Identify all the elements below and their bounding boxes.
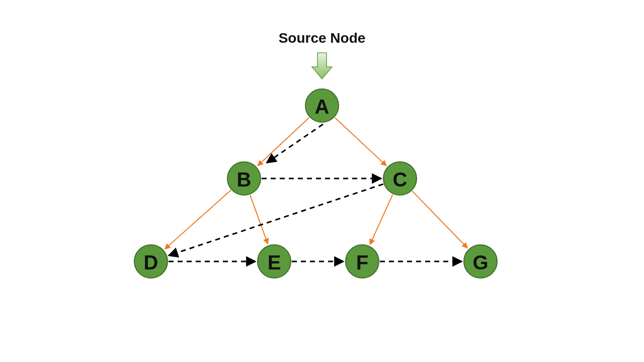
tree-edge-C-F [370,195,392,244]
traversal-edge-A-B [267,124,323,163]
source-indicator-arrow [312,53,332,79]
node-label-D: D [144,251,158,274]
tree-edge-C-G [412,191,467,248]
node-label-F: F [356,251,368,274]
tree-edges [165,118,468,249]
node-F: F [346,245,379,278]
node-B: B [227,162,261,195]
node-label-C: C [393,168,408,191]
tree-edge-A-C [335,118,386,166]
node-label-E: E [268,251,281,274]
node-label-G: G [472,251,488,274]
nodes: ABCDEFG [134,89,497,278]
node-G: G [464,245,497,278]
node-C: C [383,162,417,195]
node-A: A [305,89,339,122]
node-label-A: A [315,96,330,118]
node-D: D [134,245,168,278]
tree-edge-B-D [165,190,231,249]
traversal-edges [169,124,462,261]
tree-edge-B-E [250,195,268,244]
node-E: E [258,245,291,278]
bfs-diagram: Source Node ABCDEFG [0,0,644,362]
diagram-title: Source Node [279,30,366,46]
node-label-B: B [237,168,252,191]
tree-edge-A-B [258,118,309,166]
